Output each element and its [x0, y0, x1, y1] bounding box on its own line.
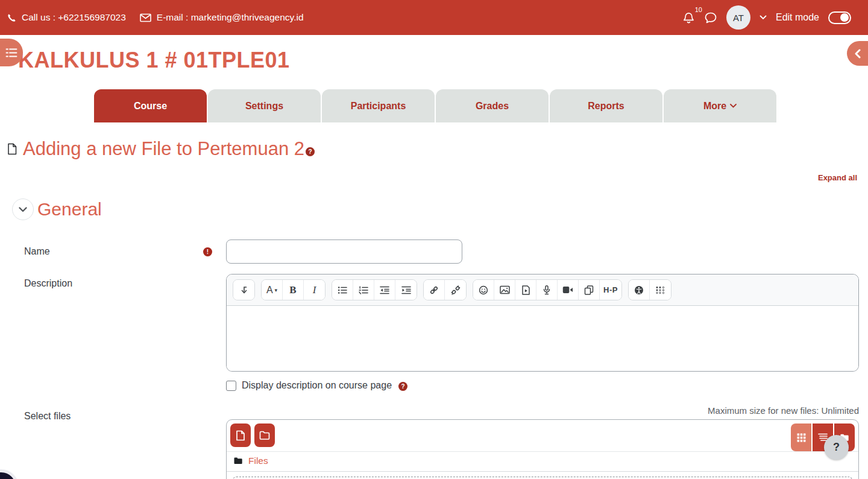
email-text: E-mail : marketing@thriveagency.id	[157, 12, 304, 23]
tab-label: Reports	[588, 101, 624, 112]
toolbar-group-lists	[332, 279, 417, 300]
link-button[interactable]	[424, 280, 445, 300]
unordered-list-button[interactable]	[332, 280, 353, 300]
call-us-text: Call us : +622156987023	[22, 12, 126, 23]
video-camera-icon	[562, 286, 573, 294]
icons-view-button[interactable]	[791, 423, 811, 451]
caret-down-icon: ▾	[275, 287, 278, 293]
course-title: KALKULUS 1 # 01TPLE01	[18, 48, 868, 72]
topbar-contact: Call us : +622156987023 E-mail : marketi…	[7, 12, 304, 23]
chevron-down-icon	[19, 207, 27, 212]
description-label-col: Description	[0, 274, 226, 372]
activity-header: Adding a new File to Pertemuan 2 ?	[7, 138, 868, 160]
file-manager-toolbar	[227, 420, 858, 452]
toolbar-group-accessibility	[628, 279, 671, 300]
insert-image-button[interactable]	[494, 280, 515, 300]
tab-grades[interactable]: Grades	[436, 89, 549, 122]
numbered-list-icon	[359, 286, 368, 294]
topbar: Call us : +622156987023 E-mail : marketi…	[0, 0, 868, 35]
messages-chat-icon[interactable]	[704, 11, 717, 24]
user-menu-chevron-down-icon[interactable]	[760, 15, 767, 20]
toolbar-group-text: A ▾ B I	[261, 279, 326, 300]
display-description-checkbox[interactable]	[226, 381, 236, 391]
page: Call us : +622156987023 E-mail : marketi…	[0, 0, 868, 479]
add-file-icon	[236, 430, 245, 441]
emoji-button[interactable]	[473, 280, 494, 300]
outdent-button[interactable]	[374, 280, 395, 300]
max-upload-size-text: Maximum size for new files: Unlimited	[226, 405, 859, 416]
course-nav-tabs: Course Settings Participants Grades Repo…	[94, 89, 868, 122]
italic-button[interactable]: I	[304, 280, 325, 300]
font-style-label: A	[266, 285, 273, 296]
files-breadcrumb-link[interactable]: Files	[248, 455, 268, 466]
add-file-button[interactable]	[230, 423, 251, 447]
select-files-label-col: Select files	[0, 405, 226, 479]
indent-button[interactable]	[395, 280, 417, 300]
edit-mode-toggle[interactable]	[828, 11, 851, 24]
h5p-button[interactable]: H-P	[600, 280, 621, 300]
tab-course[interactable]: Course	[94, 89, 207, 122]
accessibility-checker-button[interactable]	[629, 280, 650, 300]
tab-label: More	[703, 101, 726, 112]
emoji-smiley-icon	[479, 285, 488, 295]
bullet-list-icon	[338, 286, 347, 294]
outdent-icon	[380, 286, 389, 294]
user-avatar[interactable]: AT	[726, 5, 750, 30]
mail-icon	[140, 13, 151, 22]
folder-icon	[259, 431, 270, 440]
file-dropzone[interactable]	[233, 477, 852, 479]
masthead: KALKULUS 1 # 01TPLE01	[0, 35, 868, 72]
toggle-knob	[840, 13, 849, 22]
editor-toolbar: A ▾ B I	[227, 274, 858, 306]
notifications-bell-icon[interactable]: 10	[682, 11, 695, 24]
record-audio-button[interactable]	[536, 280, 558, 300]
accessibility-icon	[634, 285, 644, 295]
tab-reports[interactable]: Reports	[550, 89, 662, 122]
expand-all-link[interactable]: Expand all	[818, 173, 857, 182]
bold-button[interactable]: B	[283, 280, 304, 300]
toolbar-collapse-button[interactable]	[233, 280, 254, 300]
manage-files-button[interactable]	[579, 280, 600, 300]
collapse-general-button[interactable]	[12, 198, 34, 220]
name-label-col: Name !	[0, 240, 226, 264]
record-video-button[interactable]	[558, 280, 579, 300]
toolbar-group-collapse	[233, 279, 255, 300]
tab-participants[interactable]: Participants	[322, 89, 435, 122]
font-style-button[interactable]: A ▾	[262, 280, 283, 300]
help-fab-button[interactable]: ?	[824, 435, 849, 460]
page-title: Adding a new File to Pertemuan 2	[23, 138, 304, 160]
general-section-header: General	[12, 198, 868, 220]
media-file-icon	[521, 285, 530, 295]
screenreader-helper-button[interactable]	[650, 280, 671, 300]
arrow-down-icon	[240, 286, 248, 294]
grid-view-icon	[797, 433, 806, 442]
notification-count-badge: 10	[695, 6, 702, 13]
name-label: Name	[24, 246, 50, 258]
display-description-row: Display description on course page ?	[226, 380, 868, 391]
select-files-label: Select files	[24, 410, 71, 422]
ordered-list-button[interactable]	[353, 280, 374, 300]
name-input[interactable]	[226, 240, 462, 264]
open-block-drawer-button[interactable]	[847, 41, 868, 66]
name-field-row: Name !	[0, 240, 868, 264]
create-folder-button[interactable]	[254, 423, 275, 447]
link-icon	[429, 285, 439, 295]
insert-media-button[interactable]	[515, 280, 536, 300]
unlink-button[interactable]	[445, 280, 466, 300]
indent-icon	[401, 286, 411, 294]
display-description-help-icon[interactable]: ?	[398, 382, 407, 391]
menu-icon	[5, 48, 17, 58]
file-document-icon	[7, 143, 17, 155]
unlink-icon	[451, 285, 461, 295]
description-label: Description	[24, 278, 72, 290]
rich-text-editor: A ▾ B I	[226, 274, 859, 372]
page-title-help-icon[interactable]: ?	[306, 147, 315, 156]
folder-icon	[234, 457, 243, 465]
general-section-title: General	[37, 199, 102, 220]
tab-settings[interactable]: Settings	[208, 89, 321, 122]
tab-label: Settings	[245, 101, 283, 112]
tab-more[interactable]: More	[664, 89, 776, 122]
description-textarea[interactable]	[227, 306, 858, 371]
tab-label: Course	[134, 101, 167, 112]
chevron-left-icon	[854, 49, 861, 59]
